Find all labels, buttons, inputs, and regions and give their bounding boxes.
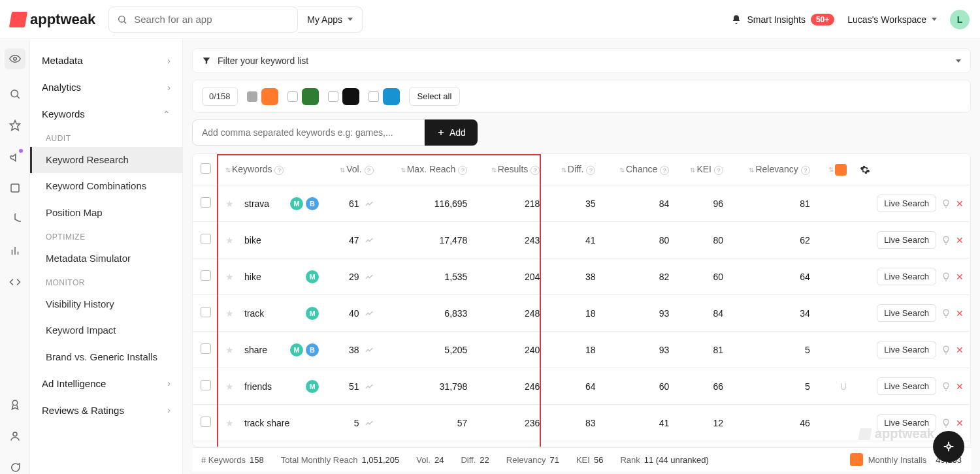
chart-icon[interactable] (365, 199, 374, 208)
rail-code-icon[interactable] (8, 276, 22, 289)
checkbox[interactable] (287, 91, 298, 102)
add-keywords-input[interactable] (192, 119, 425, 146)
star-icon[interactable]: ★ (225, 345, 234, 355)
live-search-button[interactable]: Live Search (877, 195, 936, 212)
checkbox[interactable] (328, 91, 338, 102)
row-checkbox[interactable] (201, 307, 211, 317)
checkbox-all[interactable] (201, 163, 211, 174)
live-search-button[interactable]: Live Search (877, 268, 936, 285)
star-icon[interactable]: ★ (225, 198, 234, 209)
gear-icon[interactable] (860, 165, 964, 175)
delete-icon[interactable]: ✕ (956, 272, 964, 282)
chart-icon[interactable] (365, 382, 374, 391)
search-bar[interactable] (108, 7, 298, 33)
filter-bar[interactable]: Filter your keyword list (192, 48, 971, 73)
help-icon[interactable]: ? (801, 166, 810, 175)
rail-chat-icon[interactable] (8, 461, 22, 474)
subitem-brand-vs-generic-installs[interactable]: Brand vs. Generic Installs (30, 344, 182, 370)
row-checkbox[interactable] (201, 417, 211, 427)
app-filter-1[interactable] (287, 88, 319, 105)
nav-analytics[interactable]: Analytics› (30, 74, 182, 101)
subitem-keyword-research[interactable]: Keyword Research (30, 147, 182, 173)
workspace-dropdown[interactable]: Lucas's Workspace (847, 14, 937, 25)
star-icon[interactable]: ★ (225, 381, 234, 392)
live-search-button[interactable]: Live Search (877, 377, 936, 395)
bulb-icon[interactable] (941, 345, 951, 355)
app-filter-2[interactable] (328, 88, 359, 105)
row-checkbox[interactable] (201, 197, 211, 208)
star-icon[interactable]: ★ (225, 235, 234, 245)
row-checkbox[interactable] (201, 270, 211, 281)
star-icon[interactable]: ★ (225, 308, 234, 319)
help-icon[interactable]: ? (458, 166, 467, 175)
rail-star-icon[interactable] (8, 119, 22, 132)
delete-icon[interactable]: ✕ (956, 235, 964, 245)
col-vol-[interactable]: ⇅Vol.? (325, 154, 380, 185)
chart-icon[interactable] (365, 236, 374, 245)
avatar[interactable]: L (950, 10, 970, 29)
star-icon[interactable]: ★ (225, 272, 234, 282)
row-checkbox[interactable] (201, 234, 211, 244)
bulb-icon[interactable] (941, 199, 951, 208)
col-max-reach[interactable]: ⇅Max. Reach? (380, 154, 474, 185)
rail-square-icon[interactable] (8, 182, 22, 195)
delete-icon[interactable]: ✕ (956, 418, 964, 428)
col-results[interactable]: ⇅Results? (474, 154, 546, 185)
chart-icon[interactable] (365, 419, 374, 428)
bulb-icon[interactable] (941, 309, 951, 318)
chart-icon[interactable] (365, 272, 374, 281)
help-icon[interactable]: ? (365, 166, 374, 175)
subitem-position-map[interactable]: Position Map (30, 200, 182, 226)
add-button[interactable]: Add (425, 119, 478, 146)
rail-bars-icon[interactable] (8, 244, 22, 257)
help-icon[interactable]: ? (531, 166, 540, 175)
select-all-button[interactable]: Select all (409, 87, 461, 106)
search-input[interactable] (134, 14, 289, 25)
col-kei[interactable]: ⇅KEI? (676, 154, 730, 185)
checkbox[interactable] (368, 91, 379, 102)
rail-user-icon[interactable] (8, 430, 22, 443)
app-filter-3[interactable] (368, 88, 400, 105)
help-icon[interactable]: ? (660, 166, 669, 175)
help-icon[interactable]: ? (714, 166, 723, 175)
smart-insights-button[interactable]: Smart Insights 50+ (731, 14, 834, 25)
chart-icon[interactable] (365, 345, 374, 355)
bulb-icon[interactable] (941, 236, 951, 245)
help-icon[interactable]: ? (586, 166, 595, 175)
row-checkbox[interactable] (201, 343, 211, 354)
delete-icon[interactable]: ✕ (956, 198, 964, 209)
help-fab[interactable] (933, 431, 964, 462)
live-search-button[interactable]: Live Search (877, 341, 936, 358)
bulb-icon[interactable] (941, 419, 951, 428)
delete-icon[interactable]: ✕ (956, 381, 964, 392)
col-keywords[interactable]: ⇅Keywords? (219, 154, 325, 185)
nav-metadata[interactable]: Metadata› (30, 47, 182, 74)
rail-search-icon[interactable] (8, 87, 22, 101)
app-filter-0[interactable] (247, 88, 278, 105)
live-search-button[interactable]: Live Search (877, 231, 936, 249)
col-diff-[interactable]: ⇅Diff.? (546, 154, 602, 185)
col-relevancy[interactable]: ⇅Relevancy? (730, 154, 817, 185)
subitem-keyword-combinations[interactable]: Keyword Combinations (30, 173, 182, 199)
rail-award-icon[interactable] (8, 398, 22, 411)
my-apps-dropdown[interactable]: My Apps (298, 7, 363, 33)
subitem-keyword-impact[interactable]: Keyword Impact (30, 317, 182, 343)
bulb-icon[interactable] (941, 382, 951, 391)
live-search-button[interactable]: Live Search (877, 414, 936, 432)
live-search-button[interactable]: Live Search (877, 304, 936, 322)
rail-pie-icon[interactable] (8, 213, 22, 226)
subitem-metadata-simulator[interactable]: Metadata Simulator (30, 245, 182, 272)
star-icon[interactable]: ★ (225, 418, 234, 428)
rail-eye-icon[interactable] (5, 48, 25, 69)
nav-keywords[interactable]: Keywords⌃ (30, 101, 182, 127)
subitem-visibility-history[interactable]: Visibility History (30, 291, 182, 317)
delete-icon[interactable]: ✕ (956, 345, 964, 355)
bulb-icon[interactable] (941, 272, 951, 281)
chart-icon[interactable] (365, 309, 374, 318)
row-checkbox[interactable] (201, 380, 211, 390)
checkbox[interactable] (247, 91, 257, 102)
rail-megaphone-icon[interactable] (8, 150, 22, 163)
delete-icon[interactable]: ✕ (956, 308, 964, 319)
col-chance[interactable]: ⇅Chance? (602, 154, 676, 185)
nav-reviews-ratings[interactable]: Reviews & Ratings› (30, 397, 182, 424)
